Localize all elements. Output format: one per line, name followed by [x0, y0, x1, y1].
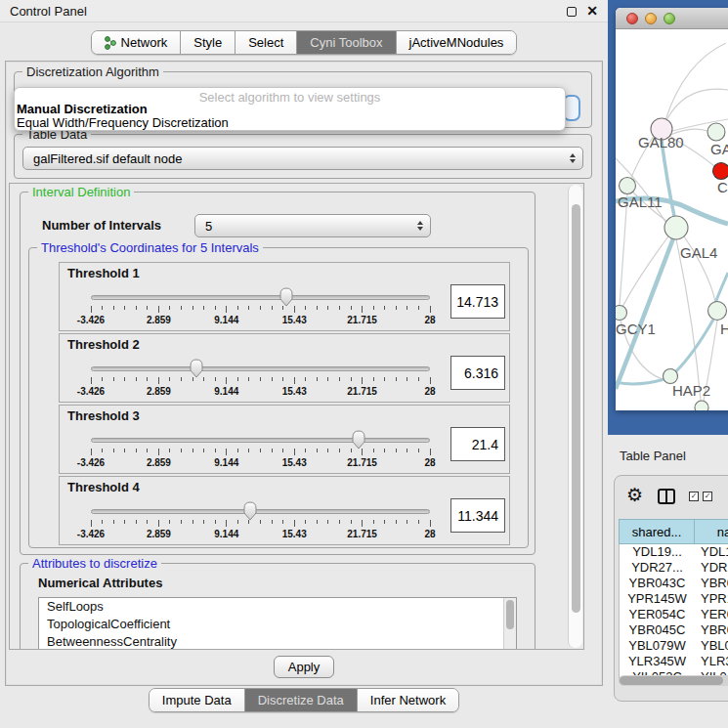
- dropdown-option[interactable]: Manual Discretization: [15, 103, 565, 116]
- slider-thumb[interactable]: [351, 429, 366, 452]
- slider-thumb[interactable]: [278, 286, 294, 310]
- column-header[interactable]: name: [694, 519, 728, 544]
- network-window[interactable]: GAL80GACGAL11GAL4GCY1HHAP2: [616, 8, 728, 410]
- split-view-icon[interactable]: [658, 489, 675, 504]
- table-h-scrollbar[interactable]: [619, 675, 728, 686]
- close-panel-icon[interactable]: ✕: [586, 3, 598, 19]
- checkbox-icon[interactable]: ✓: [689, 492, 699, 501]
- network-window-titlebar[interactable]: [616, 8, 728, 29]
- tick-label: 28: [424, 529, 435, 539]
- tick-label: 15.43: [282, 386, 307, 397]
- settings-scroll-thumb[interactable]: [572, 204, 580, 613]
- network-canvas[interactable]: GAL80GACGAL11GAL4GCY1HHAP2: [616, 29, 728, 410]
- attributes-group-title: Attributes to discretize: [28, 556, 161, 571]
- network-node-node-bottom[interactable]: [695, 401, 708, 410]
- tick-label: 21.715: [347, 457, 377, 468]
- float-panel-icon[interactable]: [567, 7, 577, 17]
- attributes-list-scrollbar[interactable]: [503, 598, 516, 650]
- threshold-label: Threshold 1: [67, 266, 140, 280]
- algorithm-dropdown-popup: Select algorithm to view settings Manual…: [14, 87, 566, 131]
- apply-button[interactable]: Apply: [274, 656, 334, 678]
- attribute-list-item[interactable]: TopologicalCoefficient: [39, 616, 516, 633]
- node-label: HAP2: [672, 382, 710, 399]
- threshold-slider[interactable]: -3.4262.8599.14415.4321.71528: [67, 498, 439, 543]
- tick-label: 21.715: [347, 529, 377, 539]
- column-header[interactable]: shared...: [619, 519, 694, 544]
- tab-infer-network[interactable]: Infer Network: [358, 689, 458, 711]
- tab-jactivemnodules[interactable]: jActiveMNodules: [397, 31, 517, 54]
- slider-thumb[interactable]: [242, 500, 258, 524]
- network-edge[interactable]: [620, 193, 627, 305]
- tick-label: 9.144: [214, 315, 238, 325]
- window-close-button[interactable]: [626, 13, 638, 24]
- number-of-intervals-combo[interactable]: 5: [194, 214, 431, 237]
- tick-label: 2.859: [147, 315, 171, 325]
- tick-label: 9.144: [214, 386, 238, 397]
- network-edge[interactable]: [715, 273, 728, 303]
- table-row[interactable]: YBR045CYBR0: [620, 622, 728, 638]
- node-label: C: [717, 179, 728, 195]
- threshold-panel: Threshold 3-3.4262.8599.14415.4321.71528…: [59, 405, 510, 474]
- threshold-value-field[interactable]: 14.713: [450, 284, 505, 319]
- dropdown-hint: Select algorithm to view settings: [15, 88, 565, 103]
- top-tab-bar: NetworkStyleSelectCyni ToolboxjActiveMNo…: [0, 30, 608, 55]
- table-row[interactable]: YLR345WYLR3: [620, 654, 728, 669]
- right-panel: GAL80GACGAL11GAL4GCY1HHAP2 Table Panel ⚙…: [608, 0, 728, 728]
- threshold-slider[interactable]: -3.4262.8599.14415.4321.71528: [67, 356, 439, 401]
- table-h-scroll-thumb[interactable]: [620, 676, 723, 685]
- threshold-slider[interactable]: -3.4262.8599.14415.4321.71528: [67, 284, 439, 329]
- tick-label: 15.43: [282, 529, 307, 539]
- table-row[interactable]: YDR27...YDR2: [620, 560, 728, 576]
- threshold-slider[interactable]: -3.4262.8599.14415.4321.71528: [67, 427, 439, 472]
- attribute-list-item[interactable]: BetweennessCentrality: [39, 633, 516, 650]
- gear-icon[interactable]: ⚙: [626, 485, 643, 506]
- attributes-list-scroll-thumb[interactable]: [506, 600, 514, 629]
- table-row[interactable]: YDL19...YDL1: [620, 544, 728, 560]
- slider-track[interactable]: [91, 366, 430, 371]
- tab-discretize-data[interactable]: Discretize Data: [245, 689, 358, 711]
- tick-label: 2.859: [147, 386, 171, 397]
- tab-impute-data[interactable]: Impute Data: [150, 689, 245, 711]
- table-row[interactable]: YBR043CYBR0: [620, 576, 728, 591]
- table-panel-header: Table Panel: [608, 435, 728, 475]
- threshold-value-field[interactable]: 11.344: [450, 498, 505, 533]
- node-label: GAL80: [638, 134, 684, 150]
- network-edge[interactable]: [662, 141, 674, 216]
- tab-cyni-toolbox[interactable]: Cyni Toolbox: [297, 31, 396, 54]
- network-frame: GAL80GACGAL11GAL4GCY1HHAP2: [608, 0, 728, 435]
- slider-track[interactable]: [91, 509, 430, 514]
- network-node-GAL11-node[interactable]: [620, 178, 636, 194]
- dropdown-option[interactable]: Equal Width/Frequency Discretization: [15, 116, 565, 130]
- table-row[interactable]: YER054CYER0: [620, 607, 728, 622]
- table-row[interactable]: YBL079WYBL0: [620, 638, 728, 654]
- tab-select[interactable]: Select: [236, 31, 297, 54]
- tab-style[interactable]: Style: [181, 31, 236, 54]
- network-node-GCY1-node[interactable]: [616, 306, 627, 321]
- tab-network[interactable]: Network: [92, 31, 182, 54]
- interval-definition-group: Interval Definition Number of Intervals …: [20, 192, 535, 555]
- threshold-value-field[interactable]: 6.316: [450, 356, 505, 390]
- control-panel-titlebar: Control Panel ✕: [0, 0, 608, 22]
- window-zoom-button[interactable]: [664, 13, 675, 24]
- network-edge[interactable]: [676, 239, 701, 401]
- settings-scrollbar[interactable]: [568, 185, 582, 648]
- thresholds-group-title: Threshold's Coordinates for 5 Intervals: [37, 240, 263, 255]
- checkbox-icon[interactable]: ✓: [703, 492, 712, 501]
- numerical-attributes-list[interactable]: SelfLoopsTopologicalCoefficientBetweenne…: [38, 597, 517, 650]
- attribute-list-item[interactable]: SelfLoops: [39, 598, 516, 616]
- network-edge[interactable]: [616, 379, 664, 384]
- tick-label: -3.426: [77, 529, 105, 539]
- table-data-group: Table Data galFiltered.sif default node: [14, 134, 592, 179]
- window-minimize-button[interactable]: [645, 13, 657, 24]
- network-node-red-node[interactable]: [713, 163, 728, 180]
- table-data-combo[interactable]: galFiltered.sif default node: [22, 147, 583, 170]
- network-node-node-right-mid[interactable]: [708, 302, 727, 321]
- network-node-node-top-right[interactable]: [707, 123, 725, 141]
- network-node-GAL4-node[interactable]: [664, 216, 688, 239]
- slider-thumb[interactable]: [189, 358, 204, 381]
- threshold-value-field[interactable]: 21.4: [450, 427, 505, 461]
- slider-track[interactable]: [91, 438, 430, 443]
- slider-track[interactable]: [91, 295, 430, 300]
- table-row[interactable]: YPR145WYPR1: [620, 591, 728, 607]
- threshold-panel: Threshold 4-3.4262.8599.14415.4321.71528…: [59, 476, 510, 545]
